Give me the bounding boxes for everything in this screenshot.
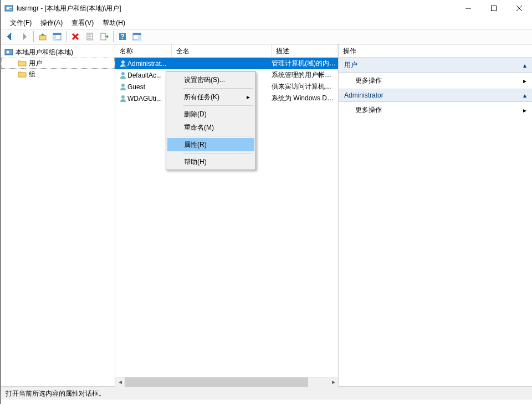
- minimize-button[interactable]: [456, 0, 481, 17]
- ctx-separator: [183, 153, 253, 154]
- ctx-properties[interactable]: 属性(R): [167, 138, 254, 151]
- ctx-help[interactable]: 帮助(H): [167, 155, 254, 168]
- user-icon: [119, 83, 127, 91]
- scroll-thumb[interactable]: [125, 377, 308, 387]
- tree-users-label: 用户: [29, 59, 42, 68]
- window-title: lusrmgr - [本地用户和组(本地)\用户]: [17, 4, 456, 13]
- action-more-label: 更多操作: [355, 76, 382, 85]
- properties-button[interactable]: [83, 30, 96, 43]
- horizontal-scrollbar[interactable]: ◂ ▸: [115, 377, 338, 386]
- menu-help[interactable]: 帮助(H): [99, 17, 129, 29]
- maximize-button[interactable]: [481, 0, 507, 17]
- list-header: 名称 全名 描述: [115, 44, 338, 58]
- folder-icon: [18, 70, 27, 79]
- svg-rect-10: [53, 33, 61, 35]
- svg-rect-22: [133, 33, 141, 35]
- column-fullname[interactable]: 全名: [172, 44, 272, 57]
- ctx-delete[interactable]: 删除(D): [167, 108, 254, 121]
- menu-file[interactable]: 文件(F): [7, 17, 35, 29]
- ctx-properties-label: 属性(R): [184, 140, 207, 150]
- action-more-users[interactable]: 更多操作 ▸: [339, 73, 532, 89]
- cell-description: 系统为 Windows Defen: [269, 94, 338, 103]
- svg-text:?: ?: [120, 33, 124, 40]
- actions-group-users-label: 用户: [344, 60, 357, 70]
- submenu-arrow-icon: ▸: [523, 77, 526, 85]
- cell-name: Guest: [127, 83, 145, 91]
- svg-point-25: [7, 51, 9, 54]
- tree-groups[interactable]: 组: [1, 69, 115, 80]
- ctx-separator: [183, 136, 253, 136]
- context-menu: 设置密码(S)... 所有任务(K) ▸ 删除(D) 重命名(M) 属性(R) …: [166, 71, 256, 170]
- submenu-arrow-icon: ▸: [523, 106, 526, 114]
- titlebar: lusrmgr - [本地用户和组(本地)\用户]: [1, 0, 532, 17]
- svg-point-29: [121, 95, 125, 99]
- scroll-track[interactable]: [125, 377, 329, 387]
- tree-groups-label: 组: [29, 70, 35, 79]
- forward-button[interactable]: [18, 30, 31, 43]
- svg-rect-11: [53, 35, 56, 40]
- svg-rect-8: [39, 35, 46, 40]
- tree-root[interactable]: 本地用户和组(本地): [1, 47, 115, 58]
- actions-header: 操作: [339, 44, 532, 58]
- status-bar: 打开当前所选内容的属性对话框。: [1, 386, 532, 400]
- ctx-set-password-label: 设置密码(S)...: [184, 75, 225, 85]
- ctx-separator: [183, 88, 253, 89]
- scroll-right-button[interactable]: ▸: [329, 377, 338, 387]
- svg-point-28: [121, 84, 125, 87]
- main-area: 本地用户和组(本地) 用户 组 名称 全名 描述 Administrat... …: [1, 44, 532, 386]
- users-groups-icon: [4, 48, 13, 57]
- user-icon: [119, 94, 127, 103]
- cell-name: Administrat...: [127, 60, 166, 68]
- ctx-rename[interactable]: 重命名(M): [167, 121, 254, 134]
- svg-rect-18: [101, 33, 106, 40]
- ctx-delete-label: 删除(D): [184, 110, 207, 119]
- tree-panel: 本地用户和组(本地) 用户 组: [1, 44, 115, 386]
- menu-action[interactable]: 操作(A): [37, 17, 66, 29]
- up-button[interactable]: [36, 30, 49, 43]
- delete-button[interactable]: [69, 30, 82, 43]
- user-icon: [119, 71, 127, 80]
- ctx-all-tasks-label: 所有任务(K): [184, 93, 219, 102]
- menubar: 文件(F) 操作(A) 查看(V) 帮助(H): [1, 17, 532, 29]
- scroll-left-button[interactable]: ◂: [115, 377, 125, 387]
- show-hide-action-button[interactable]: [130, 30, 144, 43]
- ctx-help-label: 帮助(H): [184, 157, 207, 167]
- column-name[interactable]: 名称: [115, 44, 172, 57]
- list-row[interactable]: Administrat... 管理计算机(域)的内置帐: [115, 58, 338, 69]
- cell-name: WDAGUti...: [127, 95, 162, 103]
- collapse-icon: ▴: [523, 62, 526, 69]
- back-button[interactable]: [3, 30, 17, 43]
- menu-view[interactable]: 查看(V): [68, 17, 97, 29]
- actions-panel: 操作 用户 ▴ 更多操作 ▸ Administrator ▴ 更多操作 ▸: [339, 44, 532, 386]
- status-text: 打开当前所选内容的属性对话框。: [6, 390, 105, 397]
- svg-rect-2: [9, 7, 12, 8]
- submenu-arrow-icon: ▸: [247, 93, 250, 101]
- column-description[interactable]: 描述: [272, 44, 338, 57]
- ctx-all-tasks[interactable]: 所有任务(K) ▸: [167, 90, 254, 104]
- show-hide-tree-button[interactable]: [50, 30, 64, 43]
- actions-group-users[interactable]: 用户 ▴: [339, 58, 532, 73]
- svg-rect-23: [138, 35, 141, 40]
- svg-rect-5: [492, 6, 497, 11]
- action-more-admin[interactable]: 更多操作 ▸: [339, 102, 532, 118]
- export-button[interactable]: [98, 30, 111, 43]
- actions-group-admin-label: Administrator: [344, 91, 383, 99]
- svg-point-26: [121, 60, 125, 64]
- cell-description: 管理计算机(域)的内置帐: [269, 59, 338, 68]
- user-icon: [119, 59, 127, 68]
- cell-name: DefaultAc...: [127, 71, 162, 79]
- ctx-set-password[interactable]: 设置密码(S)...: [167, 73, 254, 86]
- toolbar: ?: [1, 29, 532, 44]
- tree-users[interactable]: 用户: [1, 58, 115, 69]
- ctx-separator: [183, 105, 253, 106]
- actions-group-admin[interactable]: Administrator ▴: [339, 89, 532, 102]
- folder-icon: [18, 59, 27, 68]
- cell-description: 系统管理的用户帐户。: [269, 70, 338, 80]
- ctx-rename-label: 重命名(M): [184, 123, 214, 132]
- svg-rect-3: [9, 9, 12, 9]
- close-button[interactable]: [507, 0, 532, 17]
- app-icon: [4, 4, 13, 13]
- svg-point-27: [121, 72, 125, 75]
- help-button[interactable]: ?: [116, 30, 129, 43]
- action-more-label: 更多操作: [355, 105, 382, 115]
